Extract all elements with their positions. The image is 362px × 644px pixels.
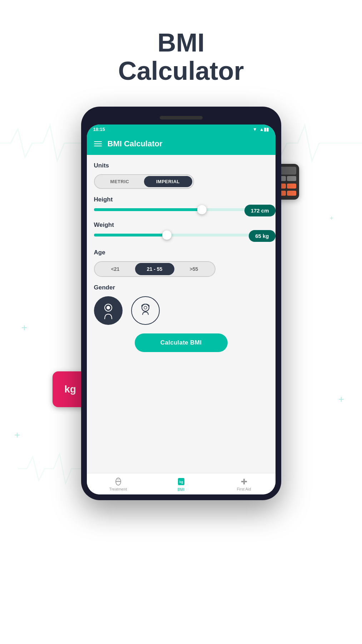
male-icon [100,302,117,319]
age-over55[interactable]: >55 [174,263,214,275]
menu-button[interactable] [94,141,102,146]
height-thumb[interactable] [197,205,207,214]
units-label: Units [94,162,268,169]
treatment-icon [114,477,123,486]
height-fill [94,208,202,211]
height-value-badge: 172 cm [244,205,276,216]
plus-decoration-2: + [14,429,20,441]
height-slider-row [94,208,268,211]
phone-speaker [160,116,203,119]
nav-first-aid[interactable]: First Aid [230,477,258,491]
height-track [94,208,268,211]
age-label: Age [94,249,268,256]
bottom-nav: Treatment kg BMI First Aid [87,473,276,494]
weight-thumb[interactable] [162,230,172,240]
gender-section: Gender [94,284,268,325]
phone-screen: 18:15 ▼ ▲▮▮ BMI Calculator Uni [87,125,276,494]
female-icon [137,302,154,319]
phone-notch [87,112,276,123]
units-metric[interactable]: METRIC [96,176,144,187]
nav-bmi-label: BMI [178,487,185,492]
status-time: 18:15 [93,127,105,132]
age-21-55[interactable]: 21 - 55 [135,263,174,275]
phone-wrapper: kg 18:15 ▼ ▲▮▮ BMI Calcu [81,107,281,500]
status-icons: ▼ ▲▮▮ [253,127,269,132]
height-label: Height [94,196,268,203]
nav-treatment-label: Treatment [109,487,127,491]
svg-point-6 [117,479,120,480]
units-imperial[interactable]: IMPERIAL [144,176,192,187]
nav-treatment[interactable]: Treatment [104,477,133,491]
app-header: BMI Calculator [87,134,276,155]
title-line2: Calculator [118,57,244,85]
plus-decoration-4: + [329,215,333,222]
status-bar: 18:15 ▼ ▲▮▮ [87,125,276,134]
gender-options [94,296,268,325]
age-toggle[interactable]: <21 21 - 55 >55 [94,261,215,277]
first-aid-icon [240,477,248,486]
plus-decoration-3: + [338,394,344,405]
phone-frame: 18:15 ▼ ▲▮▮ BMI Calculator Uni [81,107,281,500]
kg-sticker-text: kg [64,384,76,395]
age-under21[interactable]: <21 [96,263,135,275]
weight-label: Weight [94,221,268,229]
weight-track [94,234,268,236]
weight-section: Weight [94,221,268,236]
weight-fill [94,234,167,236]
height-slider-wrapper [94,208,268,211]
units-toggle[interactable]: METRIC IMPERIAL [94,174,194,189]
units-section: Units METRIC IMPERIAL [94,162,268,189]
bmi-nav-icon: kg [177,477,186,486]
age-section: Age <21 21 - 55 >55 [94,249,268,277]
signal-icon: ▲▮▮ [259,127,269,132]
svg-point-3 [144,306,147,309]
gender-male[interactable] [94,296,123,325]
gender-female[interactable] [131,296,160,325]
height-section: Height [94,196,268,211]
svg-rect-10 [241,481,247,482]
calculate-bmi-button[interactable]: Calculate BMI [135,333,228,352]
weight-slider-row [94,234,268,236]
nav-bmi[interactable]: kg BMI [167,477,195,492]
gender-label: Gender [94,284,268,291]
page-title: BMI Calculator [118,29,244,85]
svg-point-1 [106,306,110,309]
svg-text:kg: kg [179,480,183,484]
weight-value-badge: 65 kg [249,230,275,242]
nav-first-aid-label: First Aid [237,487,251,491]
app-header-title: BMI Calculator [108,139,163,148]
wifi-icon: ▼ [253,127,257,132]
weight-slider-wrapper [94,234,268,236]
app-content: Units METRIC IMPERIAL Height [87,155,276,473]
plus-decoration: + [21,322,27,333]
title-line1: BMI [158,28,205,57]
